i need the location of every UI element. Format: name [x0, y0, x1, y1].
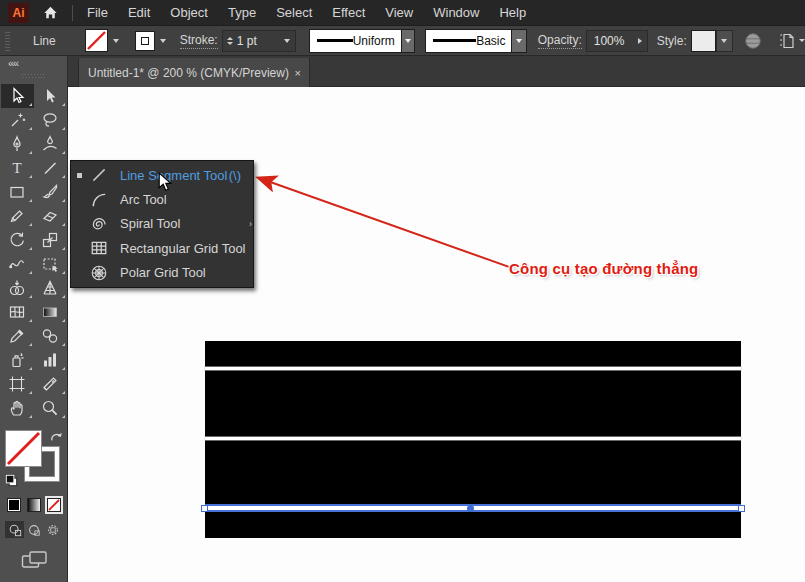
fly-line-icon: [87, 166, 111, 184]
app-logo-icon[interactable]: Ai: [8, 3, 29, 23]
paintbrush-tool[interactable]: [34, 180, 67, 204]
gradient-tool[interactable]: [34, 300, 67, 324]
line-segment-tool[interactable]: [34, 156, 67, 180]
flyout-corner-indicator: [62, 367, 65, 370]
flyout-tearoff-icon[interactable]: ›: [249, 219, 252, 229]
brush-chevron-icon[interactable]: [511, 30, 525, 52]
stroke-weight-field[interactable]: 1 pt: [222, 30, 296, 52]
column-graph-tool[interactable]: [34, 348, 67, 372]
toolbar-bottom-cluster: [0, 430, 68, 575]
default-fill-stroke-icon[interactable]: [4, 473, 19, 492]
flyout-corner-indicator: [29, 295, 32, 298]
document-tab[interactable]: Untitled-1* @ 200 % (CMYK/Preview) ×: [78, 58, 310, 87]
rectangle-tool[interactable]: [1, 180, 34, 204]
stroke-weight-stepper[interactable]: [223, 37, 237, 45]
magic-wand-tool[interactable]: [1, 108, 34, 132]
gradient-button[interactable]: [27, 498, 41, 512]
eraser-tool[interactable]: [34, 204, 67, 228]
width-tool[interactable]: [1, 252, 34, 276]
fill-swatch-chevron-icon[interactable]: [108, 30, 124, 52]
width-profile-dropdown[interactable]: Uniform: [309, 29, 415, 53]
selection-handle-left[interactable]: [201, 505, 208, 512]
flyout-item-arc-tool[interactable]: Arc Tool: [71, 187, 253, 211]
menu-item-type[interactable]: Type: [218, 0, 266, 25]
opacity-label[interactable]: Opacity:: [538, 33, 582, 49]
selection-handle-right[interactable]: [738, 505, 745, 512]
style-chevron-icon[interactable]: [716, 30, 733, 52]
pen-tool[interactable]: [1, 132, 34, 156]
menubar-items: FileEditObjectTypeSelectEffectViewWindow…: [73, 0, 536, 25]
stroke-weight-value[interactable]: 1 pt: [237, 34, 257, 48]
flyout-corner-indicator: [29, 127, 32, 130]
fill-color-swatch[interactable]: [85, 29, 108, 52]
color-button[interactable]: [7, 498, 21, 512]
flyout-item-line-segment-tool[interactable]: Line Segment Tool(\): [71, 163, 253, 187]
paint-style-buttons: [7, 498, 68, 512]
menu-item-file[interactable]: File: [77, 0, 118, 25]
opacity-expand-icon[interactable]: [633, 30, 647, 52]
direct-selection-tool[interactable]: [34, 84, 67, 108]
hand-tool[interactable]: [1, 396, 34, 420]
shape-builder-tool[interactable]: [1, 276, 34, 300]
flyout-corner-indicator: [62, 175, 65, 178]
style-label: Style:: [657, 34, 687, 48]
menu-item-effect[interactable]: Effect: [322, 0, 375, 25]
new-document-icon[interactable]: [777, 31, 805, 51]
flyout-corner-indicator: [62, 199, 65, 202]
opacity-value[interactable]: 100%: [594, 34, 625, 48]
width-profile-chevron-icon[interactable]: [401, 30, 414, 52]
tab-close-icon[interactable]: ×: [295, 67, 301, 79]
draw-behind-icon[interactable]: [24, 521, 43, 538]
flyout-item-spiral-tool[interactable]: Spiral Tool: [71, 212, 253, 236]
selection-center-anchor[interactable]: [467, 505, 474, 512]
scale-tool[interactable]: [34, 228, 67, 252]
lasso-tool[interactable]: [34, 108, 67, 132]
curvature-tool[interactable]: [34, 132, 67, 156]
type-tool[interactable]: T: [1, 156, 34, 180]
white-line-artwork[interactable]: [205, 437, 741, 440]
flyout-corner-indicator: [62, 151, 65, 154]
rotate-tool[interactable]: [1, 228, 34, 252]
fill-indicator-swatch[interactable]: [5, 430, 42, 467]
zoom-tool[interactable]: [34, 396, 67, 420]
swap-fill-stroke-icon[interactable]: [50, 430, 63, 448]
menu-item-edit[interactable]: Edit: [118, 0, 160, 25]
none-icon: [48, 499, 60, 511]
free-transform-tool[interactable]: [34, 252, 67, 276]
artboard-tool[interactable]: [1, 372, 34, 396]
brush-definition-dropdown[interactable]: Basic: [425, 29, 527, 53]
draw-inside-icon[interactable]: [43, 521, 62, 538]
menu-item-window[interactable]: Window: [423, 0, 489, 25]
menu-item-object[interactable]: Object: [160, 0, 218, 25]
pencil-tool[interactable]: [1, 204, 34, 228]
symbol-sprayer-tool[interactable]: [1, 348, 34, 372]
menu-item-select[interactable]: Select: [266, 0, 322, 25]
document-setup-icon[interactable]: [744, 32, 762, 50]
slice-tool[interactable]: [34, 372, 67, 396]
eyedropper-tool[interactable]: [1, 324, 34, 348]
flyout-item-polar-grid-tool[interactable]: Polar Grid Tool: [71, 261, 253, 285]
draw-normal-icon[interactable]: [5, 521, 24, 538]
perspective-grid-tool[interactable]: [34, 276, 67, 300]
flyout-item-rectangular-grid-tool[interactable]: Rectangular Grid Tool: [71, 236, 253, 260]
home-icon[interactable]: [42, 4, 59, 21]
toolbar-grip[interactable]: [22, 74, 46, 78]
white-line-artwork[interactable]: [205, 367, 741, 370]
style-swatch[interactable]: [691, 30, 716, 52]
none-fill-icon: [86, 30, 107, 51]
collapse-toolbar-icon[interactable]: ««: [0, 56, 67, 69]
none-button[interactable]: [47, 498, 61, 512]
stroke-weight-chevron-icon[interactable]: [279, 30, 295, 52]
stroke-weight-label[interactable]: Stroke:: [180, 33, 218, 49]
blend-tool[interactable]: [34, 324, 67, 348]
opacity-field[interactable]: 100%: [586, 30, 648, 52]
menu-item-view[interactable]: View: [375, 0, 423, 25]
flyout-corner-indicator: [29, 319, 32, 322]
selection-tool[interactable]: [1, 84, 34, 108]
stroke-swatch-chevron-icon[interactable]: [155, 30, 171, 52]
mesh-tool[interactable]: [1, 300, 34, 324]
change-screen-mode-icon[interactable]: [21, 550, 68, 575]
menu-item-help[interactable]: Help: [489, 0, 536, 25]
control-bar-grip[interactable]: [5, 31, 10, 51]
stroke-color-swatch[interactable]: [135, 31, 155, 51]
